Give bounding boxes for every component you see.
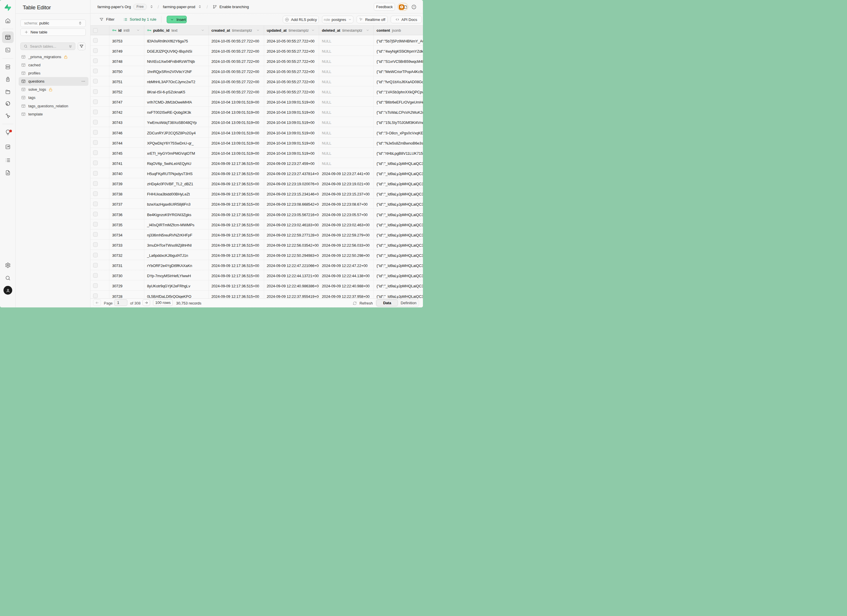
- svg-text:?: ?: [413, 6, 415, 9]
